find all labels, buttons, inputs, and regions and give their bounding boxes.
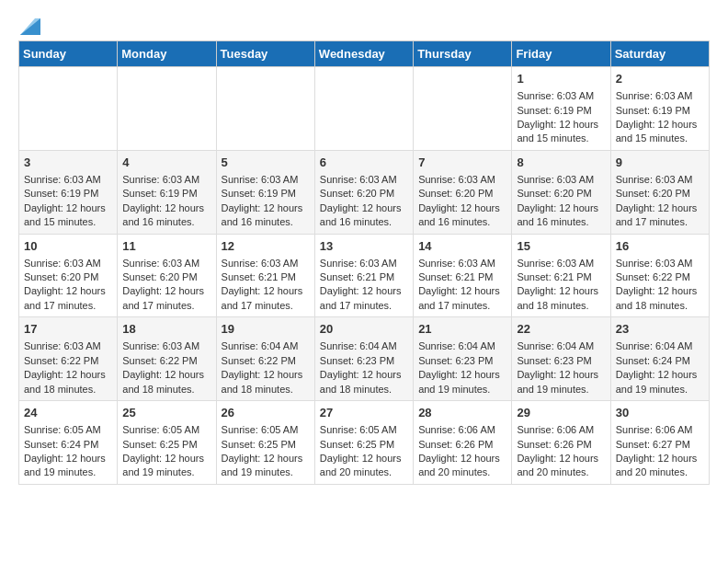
day-header-friday: Friday [512,41,610,67]
day-info: Sunrise: 6:03 AM Sunset: 6:19 PM Dayligh… [24,173,112,230]
calendar-cell [414,67,512,151]
day-number: 26 [222,405,310,421]
day-number: 23 [616,321,704,338]
day-header-monday: Monday [118,41,216,67]
day-info: Sunrise: 6:03 AM Sunset: 6:19 PM Dayligh… [616,89,704,146]
day-number: 10 [24,238,112,255]
day-info: Sunrise: 6:03 AM Sunset: 6:20 PM Dayligh… [24,257,112,314]
calendar-cell: 21Sunrise: 6:04 AM Sunset: 6:23 PM Dayli… [414,317,512,401]
calendar-table: SundayMondayTuesdayWednesdayThursdayFrid… [18,40,710,485]
day-header-tuesday: Tuesday [216,41,314,67]
calendar-cell: 2Sunrise: 6:03 AM Sunset: 6:19 PM Daylig… [610,67,709,151]
day-info: Sunrise: 6:03 AM Sunset: 6:21 PM Dayligh… [517,257,605,314]
day-info: Sunrise: 6:03 AM Sunset: 6:19 PM Dayligh… [122,173,210,230]
day-number: 9 [616,155,704,171]
day-number: 22 [517,321,605,338]
calendar-cell [19,67,118,151]
day-info: Sunrise: 6:03 AM Sunset: 6:20 PM Dayligh… [616,173,704,230]
calendar-cell: 16Sunrise: 6:03 AM Sunset: 6:22 PM Dayli… [610,234,709,317]
calendar-cell: 13Sunrise: 6:03 AM Sunset: 6:21 PM Dayli… [314,234,413,317]
calendar-cell: 15Sunrise: 6:03 AM Sunset: 6:21 PM Dayli… [512,234,610,317]
day-info: Sunrise: 6:04 AM Sunset: 6:24 PM Dayligh… [616,339,704,396]
day-info: Sunrise: 6:03 AM Sunset: 6:19 PM Dayligh… [222,173,310,230]
logo [18,18,40,31]
calendar-cell: 4Sunrise: 6:03 AM Sunset: 6:19 PM Daylig… [118,150,216,234]
calendar-cell: 24Sunrise: 6:05 AM Sunset: 6:24 PM Dayli… [19,401,118,485]
day-number: 6 [320,155,408,171]
day-info: Sunrise: 6:06 AM Sunset: 6:26 PM Dayligh… [418,423,506,480]
day-number: 1 [517,71,605,87]
calendar-cell: 8Sunrise: 6:03 AM Sunset: 6:20 PM Daylig… [512,150,610,234]
day-number: 18 [122,321,210,338]
day-info: Sunrise: 6:03 AM Sunset: 6:21 PM Dayligh… [418,257,506,314]
day-number: 14 [418,238,506,255]
day-info: Sunrise: 6:05 AM Sunset: 6:25 PM Dayligh… [320,423,408,480]
day-number: 16 [616,238,704,255]
day-number: 5 [222,155,310,171]
calendar-cell: 26Sunrise: 6:05 AM Sunset: 6:25 PM Dayli… [216,401,314,485]
day-info: Sunrise: 6:03 AM Sunset: 6:22 PM Dayligh… [616,257,704,314]
day-info: Sunrise: 6:03 AM Sunset: 6:21 PM Dayligh… [222,257,310,314]
day-info: Sunrise: 6:05 AM Sunset: 6:25 PM Dayligh… [222,423,310,480]
day-number: 25 [122,405,210,421]
calendar-cell: 20Sunrise: 6:04 AM Sunset: 6:23 PM Dayli… [314,317,413,401]
calendar-cell: 1Sunrise: 6:03 AM Sunset: 6:19 PM Daylig… [512,67,610,151]
day-info: Sunrise: 6:04 AM Sunset: 6:23 PM Dayligh… [517,339,605,396]
calendar-cell: 30Sunrise: 6:06 AM Sunset: 6:27 PM Dayli… [610,401,709,485]
calendar-cell [314,67,413,151]
day-info: Sunrise: 6:03 AM Sunset: 6:21 PM Dayligh… [320,257,408,314]
calendar-cell: 19Sunrise: 6:04 AM Sunset: 6:22 PM Dayli… [216,317,314,401]
calendar-cell: 29Sunrise: 6:06 AM Sunset: 6:26 PM Dayli… [512,401,610,485]
day-number: 15 [517,238,605,255]
svg-marker-1 [20,18,40,35]
day-number: 24 [24,405,112,421]
day-number: 12 [222,238,310,255]
calendar-cell: 25Sunrise: 6:05 AM Sunset: 6:25 PM Dayli… [118,401,216,485]
day-header-saturday: Saturday [610,41,709,67]
day-number: 30 [616,405,704,421]
day-number: 13 [320,238,408,255]
calendar-week-row: 3Sunrise: 6:03 AM Sunset: 6:19 PM Daylig… [19,150,710,234]
calendar-cell: 27Sunrise: 6:05 AM Sunset: 6:25 PM Dayli… [314,401,413,485]
day-info: Sunrise: 6:03 AM Sunset: 6:20 PM Dayligh… [418,173,506,230]
day-number: 19 [222,321,310,338]
calendar-cell: 11Sunrise: 6:03 AM Sunset: 6:20 PM Dayli… [118,234,216,317]
day-info: Sunrise: 6:04 AM Sunset: 6:23 PM Dayligh… [418,339,506,396]
day-number: 3 [24,155,112,171]
calendar-cell: 23Sunrise: 6:04 AM Sunset: 6:24 PM Dayli… [610,317,709,401]
day-info: Sunrise: 6:03 AM Sunset: 6:19 PM Dayligh… [517,89,605,146]
calendar-week-row: 17Sunrise: 6:03 AM Sunset: 6:22 PM Dayli… [19,317,710,401]
day-info: Sunrise: 6:03 AM Sunset: 6:20 PM Dayligh… [517,173,605,230]
day-number: 7 [418,155,506,171]
logo-icon [20,18,40,35]
calendar-cell: 14Sunrise: 6:03 AM Sunset: 6:21 PM Dayli… [414,234,512,317]
day-info: Sunrise: 6:06 AM Sunset: 6:27 PM Dayligh… [616,423,704,480]
day-number: 4 [122,155,210,171]
day-info: Sunrise: 6:03 AM Sunset: 6:22 PM Dayligh… [122,339,210,396]
day-number: 8 [517,155,605,171]
calendar-cell: 17Sunrise: 6:03 AM Sunset: 6:22 PM Dayli… [19,317,118,401]
calendar-cell: 28Sunrise: 6:06 AM Sunset: 6:26 PM Dayli… [414,401,512,485]
calendar-cell [118,67,216,151]
day-number: 21 [418,321,506,338]
day-number: 20 [320,321,408,338]
calendar-cell: 9Sunrise: 6:03 AM Sunset: 6:20 PM Daylig… [610,150,709,234]
day-header-thursday: Thursday [414,41,512,67]
day-header-wednesday: Wednesday [314,41,413,67]
day-info: Sunrise: 6:03 AM Sunset: 6:22 PM Dayligh… [24,339,112,396]
day-number: 29 [517,405,605,421]
day-info: Sunrise: 6:04 AM Sunset: 6:22 PM Dayligh… [222,339,310,396]
calendar-cell: 10Sunrise: 6:03 AM Sunset: 6:20 PM Dayli… [19,234,118,317]
day-number: 17 [24,321,112,338]
day-info: Sunrise: 6:03 AM Sunset: 6:20 PM Dayligh… [320,173,408,230]
day-info: Sunrise: 6:04 AM Sunset: 6:23 PM Dayligh… [320,339,408,396]
calendar-header-row: SundayMondayTuesdayWednesdayThursdayFrid… [19,41,710,67]
day-info: Sunrise: 6:05 AM Sunset: 6:25 PM Dayligh… [122,423,210,480]
calendar-cell: 5Sunrise: 6:03 AM Sunset: 6:19 PM Daylig… [216,150,314,234]
calendar-cell: 6Sunrise: 6:03 AM Sunset: 6:20 PM Daylig… [314,150,413,234]
calendar-week-row: 1Sunrise: 6:03 AM Sunset: 6:19 PM Daylig… [19,67,710,151]
day-info: Sunrise: 6:05 AM Sunset: 6:24 PM Dayligh… [24,423,112,480]
day-header-sunday: Sunday [19,41,118,67]
calendar-cell [216,67,314,151]
calendar-cell: 3Sunrise: 6:03 AM Sunset: 6:19 PM Daylig… [19,150,118,234]
